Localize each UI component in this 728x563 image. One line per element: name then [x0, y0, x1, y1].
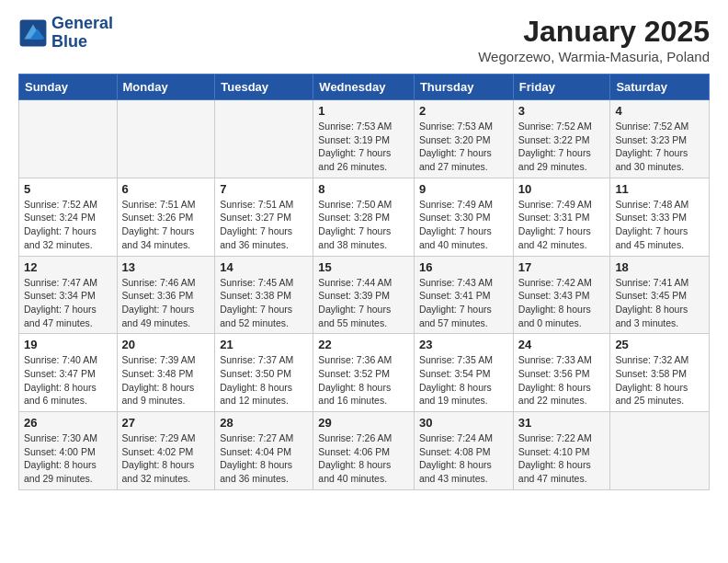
- cell-content: Sunrise: 7:42 AMSunset: 3:43 PMDaylight:…: [518, 276, 606, 330]
- calendar-cell: 24Sunrise: 7:33 AMSunset: 3:56 PMDayligh…: [513, 334, 610, 412]
- logo-text: General Blue: [51, 15, 113, 52]
- cell-content: Sunrise: 7:52 AMSunset: 3:22 PMDaylight:…: [518, 120, 606, 174]
- calendar-week-row: 1Sunrise: 7:53 AMSunset: 3:19 PMDaylight…: [19, 100, 710, 178]
- calendar-cell: [610, 412, 710, 490]
- calendar-cell: 4Sunrise: 7:52 AMSunset: 3:23 PMDaylight…: [610, 100, 710, 178]
- calendar-cell: 11Sunrise: 7:48 AMSunset: 3:33 PMDayligh…: [610, 178, 710, 256]
- cell-content: Sunrise: 7:33 AMSunset: 3:56 PMDaylight:…: [518, 353, 606, 408]
- calendar-cell: [215, 100, 313, 178]
- calendar-cell: 22Sunrise: 7:36 AMSunset: 3:52 PMDayligh…: [313, 334, 415, 412]
- day-number: 6: [122, 182, 210, 196]
- cell-content: Sunrise: 7:49 AMSunset: 3:31 PMDaylight:…: [518, 198, 606, 252]
- cell-content: Sunrise: 7:39 AMSunset: 3:48 PMDaylight:…: [122, 353, 210, 408]
- day-number: 22: [318, 338, 409, 351]
- calendar-cell: 25Sunrise: 7:32 AMSunset: 3:58 PMDayligh…: [610, 334, 710, 412]
- cell-content: Sunrise: 7:36 AMSunset: 3:52 PMDaylight:…: [318, 353, 409, 408]
- cell-content: Sunrise: 7:37 AMSunset: 3:50 PMDaylight:…: [220, 353, 308, 408]
- calendar-cell: 28Sunrise: 7:27 AMSunset: 4:04 PMDayligh…: [215, 412, 313, 490]
- header-day: Monday: [117, 75, 215, 100]
- calendar-table: SundayMondayTuesdayWednesdayThursdayFrid…: [18, 74, 710, 490]
- day-number: 24: [518, 338, 606, 351]
- cell-content: Sunrise: 7:40 AMSunset: 3:47 PMDaylight:…: [24, 353, 112, 408]
- header-day: Sunday: [19, 75, 118, 100]
- calendar-cell: 2Sunrise: 7:53 AMSunset: 3:20 PMDaylight…: [414, 100, 513, 178]
- header-day: Saturday: [610, 75, 710, 100]
- cell-content: Sunrise: 7:48 AMSunset: 3:33 PMDaylight:…: [615, 198, 704, 252]
- calendar-cell: 21Sunrise: 7:37 AMSunset: 3:50 PMDayligh…: [215, 334, 313, 412]
- day-number: 5: [24, 182, 112, 196]
- calendar-week-row: 5Sunrise: 7:52 AMSunset: 3:24 PMDaylight…: [19, 178, 710, 256]
- day-number: 13: [122, 260, 210, 274]
- calendar-cell: 31Sunrise: 7:22 AMSunset: 4:10 PMDayligh…: [513, 412, 610, 490]
- calendar-body: 1Sunrise: 7:53 AMSunset: 3:19 PMDaylight…: [19, 100, 710, 490]
- day-number: 15: [318, 260, 409, 274]
- header-day: Tuesday: [215, 75, 313, 100]
- cell-content: Sunrise: 7:52 AMSunset: 3:24 PMDaylight:…: [24, 198, 112, 252]
- cell-content: Sunrise: 7:35 AMSunset: 3:54 PMDaylight:…: [419, 353, 508, 408]
- cell-content: Sunrise: 7:51 AMSunset: 3:27 PMDaylight:…: [220, 198, 308, 252]
- calendar-cell: 14Sunrise: 7:45 AMSunset: 3:38 PMDayligh…: [215, 256, 313, 334]
- day-number: 17: [518, 260, 606, 274]
- day-number: 28: [220, 416, 308, 430]
- calendar-week-row: 19Sunrise: 7:40 AMSunset: 3:47 PMDayligh…: [19, 334, 710, 412]
- day-number: 25: [615, 338, 704, 351]
- cell-content: Sunrise: 7:44 AMSunset: 3:39 PMDaylight:…: [318, 276, 409, 330]
- calendar-cell: 23Sunrise: 7:35 AMSunset: 3:54 PMDayligh…: [414, 334, 513, 412]
- cell-content: Sunrise: 7:53 AMSunset: 3:19 PMDaylight:…: [318, 120, 409, 174]
- cell-content: Sunrise: 7:26 AMSunset: 4:06 PMDaylight:…: [318, 431, 409, 486]
- cell-content: Sunrise: 7:41 AMSunset: 3:45 PMDaylight:…: [615, 276, 704, 330]
- cell-content: Sunrise: 7:24 AMSunset: 4:08 PMDaylight:…: [419, 431, 508, 486]
- day-number: 1: [318, 104, 409, 118]
- calendar-cell: 7Sunrise: 7:51 AMSunset: 3:27 PMDaylight…: [215, 178, 313, 256]
- cell-content: Sunrise: 7:22 AMSunset: 4:10 PMDaylight:…: [518, 431, 606, 486]
- calendar-cell: 29Sunrise: 7:26 AMSunset: 4:06 PMDayligh…: [313, 412, 415, 490]
- cell-content: Sunrise: 7:50 AMSunset: 3:28 PMDaylight:…: [318, 198, 409, 252]
- calendar-cell: 15Sunrise: 7:44 AMSunset: 3:39 PMDayligh…: [313, 256, 415, 334]
- calendar-cell: 1Sunrise: 7:53 AMSunset: 3:19 PMDaylight…: [313, 100, 415, 178]
- cell-content: Sunrise: 7:53 AMSunset: 3:20 PMDaylight:…: [419, 120, 508, 174]
- cell-content: Sunrise: 7:29 AMSunset: 4:02 PMDaylight:…: [122, 431, 210, 486]
- calendar-cell: 18Sunrise: 7:41 AMSunset: 3:45 PMDayligh…: [610, 256, 710, 334]
- logo: General Blue: [18, 15, 113, 52]
- calendar-cell: 27Sunrise: 7:29 AMSunset: 4:02 PMDayligh…: [117, 412, 215, 490]
- day-number: 8: [318, 182, 409, 196]
- cell-content: Sunrise: 7:46 AMSunset: 3:36 PMDaylight:…: [122, 276, 210, 330]
- day-number: 2: [419, 104, 508, 118]
- header-day: Thursday: [414, 75, 513, 100]
- calendar-cell: 19Sunrise: 7:40 AMSunset: 3:47 PMDayligh…: [19, 334, 118, 412]
- calendar-cell: [117, 100, 215, 178]
- calendar-cell: 30Sunrise: 7:24 AMSunset: 4:08 PMDayligh…: [414, 412, 513, 490]
- day-number: 7: [220, 182, 308, 196]
- title-block: January 2025 Wegorzewo, Warmia-Masuria, …: [478, 15, 710, 64]
- day-number: 27: [122, 416, 210, 430]
- calendar-cell: 9Sunrise: 7:49 AMSunset: 3:30 PMDaylight…: [414, 178, 513, 256]
- calendar-cell: 12Sunrise: 7:47 AMSunset: 3:34 PMDayligh…: [19, 256, 118, 334]
- header-row: SundayMondayTuesdayWednesdayThursdayFrid…: [19, 75, 710, 100]
- day-number: 30: [419, 416, 508, 430]
- month-year: January 2025: [478, 15, 710, 49]
- day-number: 3: [518, 104, 606, 118]
- calendar-cell: 26Sunrise: 7:30 AMSunset: 4:00 PMDayligh…: [19, 412, 118, 490]
- cell-content: Sunrise: 7:45 AMSunset: 3:38 PMDaylight:…: [220, 276, 308, 330]
- logo-line2: Blue: [51, 33, 113, 52]
- day-number: 16: [419, 260, 508, 274]
- calendar-cell: 8Sunrise: 7:50 AMSunset: 3:28 PMDaylight…: [313, 178, 415, 256]
- calendar-week-row: 26Sunrise: 7:30 AMSunset: 4:00 PMDayligh…: [19, 412, 710, 490]
- header-day: Wednesday: [313, 75, 415, 100]
- day-number: 9: [419, 182, 508, 196]
- cell-content: Sunrise: 7:49 AMSunset: 3:30 PMDaylight:…: [419, 198, 508, 252]
- cell-content: Sunrise: 7:52 AMSunset: 3:23 PMDaylight:…: [615, 120, 704, 174]
- day-number: 29: [318, 416, 409, 430]
- cell-content: Sunrise: 7:51 AMSunset: 3:26 PMDaylight:…: [122, 198, 210, 252]
- day-number: 19: [24, 338, 112, 351]
- calendar-cell: 10Sunrise: 7:49 AMSunset: 3:31 PMDayligh…: [513, 178, 610, 256]
- calendar-cell: 13Sunrise: 7:46 AMSunset: 3:36 PMDayligh…: [117, 256, 215, 334]
- day-number: 4: [615, 104, 704, 118]
- day-number: 20: [122, 338, 210, 351]
- cell-content: Sunrise: 7:32 AMSunset: 3:58 PMDaylight:…: [615, 353, 704, 408]
- cell-content: Sunrise: 7:30 AMSunset: 4:00 PMDaylight:…: [24, 431, 112, 486]
- header-day: Friday: [513, 75, 610, 100]
- calendar-week-row: 12Sunrise: 7:47 AMSunset: 3:34 PMDayligh…: [19, 256, 710, 334]
- location: Wegorzewo, Warmia-Masuria, Poland: [478, 49, 710, 64]
- logo-icon: [18, 18, 48, 48]
